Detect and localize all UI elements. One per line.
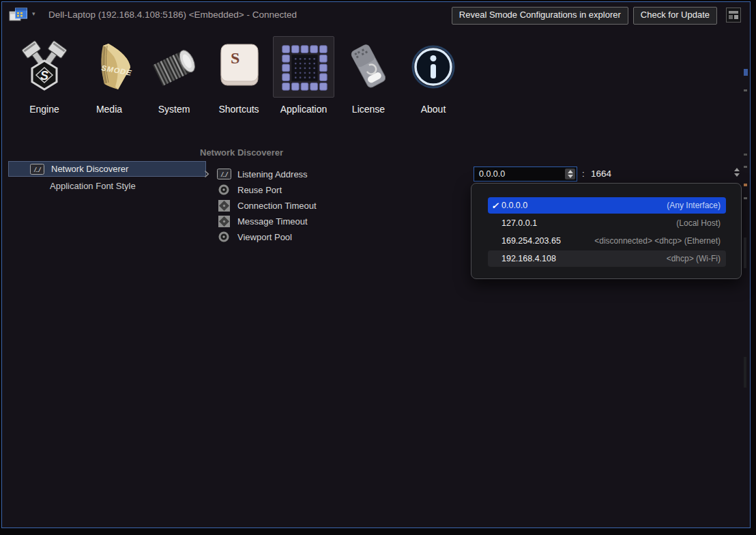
license-dongle-icon — [338, 36, 399, 98]
layout-panels-icon[interactable] — [725, 7, 742, 23]
titlebar: ▾ Dell-Laptop (192.168.4.108:5186) <Embe… — [2, 2, 750, 28]
address-box-icon: /../ — [30, 164, 44, 175]
media-icon: SMODE — [78, 36, 140, 98]
property-row-listening-address[interactable]: /../ Listening Address — [200, 167, 308, 182]
panel-header: Network Discoverer — [200, 147, 283, 158]
square-diamond-icon — [216, 200, 231, 212]
dropdown-item-ip: 192.168.4.108 — [501, 254, 556, 263]
port-value[interactable]: 1664 — [591, 167, 611, 182]
titlebar-buttons: Reveal Smode Configurations in explorer … — [452, 7, 717, 25]
spinner-up-icon[interactable] — [568, 170, 573, 173]
tab-media-label: Media — [96, 104, 122, 115]
window-menu-caret-icon[interactable]: ▾ — [32, 10, 35, 17]
window-title: Dell-Laptop (192.168.4.108:5186) <Embedd… — [48, 2, 297, 28]
svg-text:S: S — [40, 69, 48, 83]
property-label: Connection Timeout — [237, 201, 317, 211]
sidebar-item-label: Network Discoverer — [51, 164, 128, 174]
property-row-viewport-pool[interactable]: Viewport Pool — [200, 229, 292, 244]
round-port-icon — [216, 231, 231, 243]
check-for-update-button[interactable]: Check for Update — [633, 7, 717, 25]
property-row-reuse-port[interactable]: Reuse Port — [200, 182, 282, 197]
property-row-message-timeout[interactable]: Message Timeout — [200, 214, 308, 229]
tab-license-label: License — [352, 104, 385, 115]
application-chip-icon — [274, 36, 334, 98]
dropdown-item-ethernet[interactable]: 169.254.203.65 <disconnected> <dhcp> (Et… — [488, 233, 726, 249]
tab-application-label: Application — [280, 104, 328, 115]
about-info-icon — [403, 36, 464, 98]
tab-system[interactable]: System — [143, 36, 205, 115]
port-spinner[interactable] — [734, 168, 740, 177]
smode-config-window: ▾ Dell-Laptop (192.168.4.108:5186) <Embe… — [1, 1, 751, 528]
dropdown-item-note: (Local Host) — [676, 218, 721, 228]
spinner-down-icon[interactable] — [734, 173, 740, 177]
tab-engine-label: Engine — [29, 104, 59, 115]
windows-icon[interactable] — [9, 7, 29, 24]
tab-media[interactable]: SMODE Media — [78, 36, 140, 115]
address-box-icon: /../ — [216, 169, 231, 179]
dropdown-item-note: <dhcp> (Wi-Fi) — [667, 254, 721, 263]
property-label: Reuse Port — [237, 185, 282, 195]
tab-license[interactable]: License — [338, 36, 399, 115]
property-label: Message Timeout — [237, 216, 308, 227]
dropdown-item-note: (Any Interface) — [667, 201, 721, 210]
dropdown-item-ip: 127.0.0.1 — [501, 218, 537, 228]
tab-shortcuts[interactable]: S Shortcuts — [208, 36, 270, 115]
tab-system-label: System — [158, 104, 190, 115]
tab-about[interactable]: About — [403, 36, 464, 115]
square-diamond-icon — [216, 216, 231, 227]
property-label: Listening Address — [237, 169, 308, 179]
spinner-down-icon[interactable] — [568, 175, 573, 178]
dropdown-item-ip: 169.254.203.65 — [501, 236, 561, 246]
dropdown-item-note: <disconnected> <dhcp> (Ethernet) — [594, 236, 721, 246]
settings-category-toolbar: S Engine SMODE Media — [14, 36, 464, 115]
ip-value[interactable]: 0.0.0.0 — [474, 169, 565, 179]
reveal-configurations-button[interactable]: Reveal Smode Configurations in explorer — [452, 7, 628, 25]
address-port-separator: : — [582, 167, 585, 182]
tab-application-selected-tile — [273, 36, 334, 98]
property-row-connection-timeout[interactable]: Connection Timeout — [200, 198, 317, 213]
dropdown-item-local-host[interactable]: 127.0.0.1 (Local Host) — [488, 215, 726, 231]
tab-engine[interactable]: S Engine — [14, 36, 75, 115]
spinner-up-icon[interactable] — [734, 168, 740, 171]
dropdown-item-wifi[interactable]: 192.168.4.108 <dhcp> (Wi-Fi) — [488, 250, 726, 267]
engine-icon: S — [14, 36, 75, 98]
system-icon — [143, 36, 205, 98]
dropdown-item-any-interface[interactable]: ✓ 0.0.0.0 (Any Interface) — [488, 197, 726, 214]
tab-application[interactable]: Application — [273, 36, 334, 115]
interface-dropdown: ✓ 0.0.0.0 (Any Interface) 127.0.0.1 (Loc… — [471, 183, 742, 279]
dropdown-item-ip: 0.0.0.0 — [501, 201, 527, 210]
sidebar-item-application-font-style[interactable]: Application Font Style — [50, 179, 136, 194]
tab-about-label: About — [421, 104, 446, 115]
right-edge-strip — [743, 63, 749, 514]
shortcuts-icon: S — [208, 36, 270, 98]
ip-spinner[interactable] — [565, 169, 575, 179]
property-label: Viewport Pool — [237, 232, 292, 242]
listening-address-input[interactable]: 0.0.0.0 — [474, 167, 577, 182]
round-port-icon — [216, 184, 231, 196]
expander-chevron-icon[interactable] — [200, 170, 216, 178]
screen: ▾ Dell-Laptop (192.168.4.108:5186) <Embe… — [0, 0, 756, 535]
sidebar-item-network-discoverer[interactable]: /../ Network Discoverer — [8, 161, 206, 177]
tab-shortcuts-label: Shortcuts — [218, 104, 259, 115]
checkmark-icon: ✓ — [491, 201, 501, 211]
svg-text:S: S — [231, 49, 239, 67]
